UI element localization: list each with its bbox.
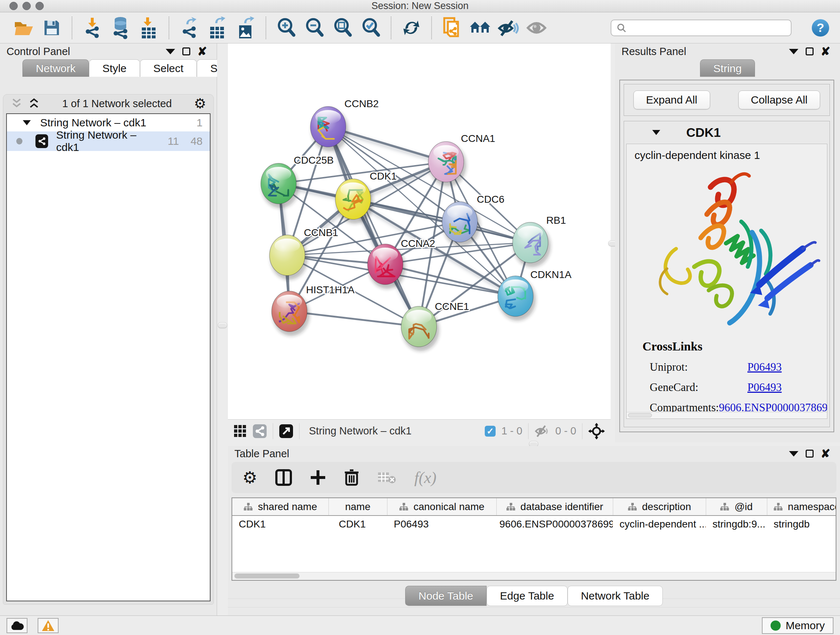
delete-table-button[interactable] xyxy=(377,470,396,485)
zoom-selected-button[interactable] xyxy=(360,15,382,41)
memory-button[interactable]: Memory xyxy=(762,617,834,634)
column-type-icon xyxy=(399,502,409,511)
tab-select[interactable]: Select xyxy=(140,59,197,77)
new-network-from-selection-button[interactable] xyxy=(441,15,463,41)
toolbar-search[interactable] xyxy=(611,19,791,36)
apply-layout-button[interactable] xyxy=(400,15,423,41)
column-header[interactable]: canonical name xyxy=(387,498,496,516)
panel-float-button[interactable] xyxy=(802,447,818,460)
network-node-CDC6[interactable]: CDC6 xyxy=(442,194,504,247)
section-expander-icon[interactable] xyxy=(652,128,661,136)
panel-menu-button[interactable] xyxy=(163,45,178,58)
detach-view-button[interactable] xyxy=(279,424,294,439)
import-table-from-file-button[interactable] xyxy=(137,15,160,41)
tab-network[interactable]: Network xyxy=(22,59,89,77)
cloud-status-button[interactable] xyxy=(6,618,27,633)
network-node-HIST1H1A[interactable]: HIST1H1A xyxy=(272,284,355,336)
panel-menu-button[interactable] xyxy=(786,45,802,58)
scrollbar-thumb[interactable] xyxy=(234,573,300,578)
tab-network-table[interactable]: Network Table xyxy=(568,586,663,606)
tab-style[interactable]: Style xyxy=(89,59,140,77)
table-row[interactable]: CDK1 CDK1 P06493 9606.ENSP00000378699 cy… xyxy=(232,516,836,532)
single-view-mode-button[interactable] xyxy=(253,424,267,439)
search-input[interactable] xyxy=(630,22,786,34)
scrollbar-thumb[interactable] xyxy=(628,413,652,417)
warnings-button[interactable] xyxy=(38,618,58,633)
network-node-CDKN1A[interactable]: CDKN1A xyxy=(498,269,572,321)
network-node-CCNE1[interactable]: CCNE1 xyxy=(401,301,469,351)
zoom-fit-button[interactable] xyxy=(332,15,354,41)
column-header[interactable]: database identifier xyxy=(496,498,613,516)
delete-column-button[interactable] xyxy=(344,469,359,486)
panel-menu-button[interactable] xyxy=(786,447,802,460)
panel-close-button[interactable]: ✘ xyxy=(194,45,210,58)
open-session-button[interactable] xyxy=(12,15,35,41)
hide-selected-button[interactable] xyxy=(497,15,519,41)
zoom-in-button[interactable] xyxy=(275,15,297,41)
genecard-link[interactable]: P06493 xyxy=(747,381,782,394)
save-session-button[interactable] xyxy=(41,15,63,41)
expand-all-icon[interactable] xyxy=(28,98,40,109)
selected-indicator-checkbox[interactable]: ✓ xyxy=(485,426,496,437)
column-header[interactable]: shared name xyxy=(232,498,328,516)
column-header[interactable]: @id xyxy=(706,498,767,516)
toolbar-separator xyxy=(265,17,266,39)
horizontal-splitter[interactable] xyxy=(228,442,840,446)
splitter-handle[interactable] xyxy=(218,322,227,328)
panel-float-button[interactable] xyxy=(178,45,194,58)
network-options-gear-button[interactable]: ⚙ xyxy=(194,97,206,111)
birds-eye-view-button[interactable] xyxy=(588,423,605,440)
network-canvas[interactable]: CCNB2CCNA1CDC25BCDK1CDC6RB1CCNB1CCNA2CDK… xyxy=(228,43,611,419)
tab-node-table[interactable]: Node Table xyxy=(405,586,486,606)
right-splitter[interactable] xyxy=(611,43,615,442)
column-header[interactable]: name xyxy=(328,498,387,516)
network-from-selection-icon xyxy=(442,17,462,39)
close-icon: ✘ xyxy=(821,46,831,57)
zoom-out-button[interactable] xyxy=(303,15,325,41)
show-all-button[interactable] xyxy=(525,15,548,41)
close-icon: ✘ xyxy=(821,448,831,459)
open-folder-icon xyxy=(13,19,34,36)
collapse-all-button[interactable]: Collapse All xyxy=(738,90,821,109)
panel-float-button[interactable] xyxy=(802,45,818,58)
table-options-gear-button[interactable]: ⚙ xyxy=(242,469,257,486)
float-window-icon xyxy=(182,48,190,55)
main-toolbar: ? xyxy=(0,12,840,43)
export-image-button[interactable] xyxy=(234,15,257,41)
tab-string[interactable]: String xyxy=(700,59,755,77)
table-horizontal-scrollbar[interactable] xyxy=(232,572,836,580)
grid-mode-button[interactable] xyxy=(234,424,247,438)
collapse-all-icon[interactable] xyxy=(11,98,23,109)
network-node-CCNA1[interactable]: CCNA1 xyxy=(428,133,495,187)
node-details-section: CDK1 cyclin-dependent kinase 1 xyxy=(624,121,830,427)
import-network-from-database-button[interactable] xyxy=(109,15,132,41)
column-header[interactable]: description xyxy=(613,498,706,516)
network-node-CDC25B[interactable]: CDC25B xyxy=(261,155,333,208)
export-network-button[interactable] xyxy=(178,15,201,41)
show-columns-button[interactable] xyxy=(275,469,292,486)
search-icon xyxy=(616,23,627,33)
panel-close-button[interactable]: ✘ xyxy=(818,45,834,58)
collection-count: 1 xyxy=(196,117,202,129)
column-header[interactable]: namespace xyxy=(767,498,836,516)
network-row-selected[interactable]: String Network – cdk1 11 48 xyxy=(7,131,210,151)
network-node-CCNB2[interactable]: CCNB2 xyxy=(310,98,379,151)
left-splitter[interactable] xyxy=(217,43,228,616)
tree-expander-icon[interactable] xyxy=(22,119,32,127)
float-window-icon xyxy=(806,48,813,55)
uniprot-link[interactable]: P06493 xyxy=(747,361,782,374)
node-label-CCNB2: CCNB2 xyxy=(344,98,379,109)
table-toolbar: ⚙ f(x) xyxy=(232,462,836,493)
help-button[interactable]: ? xyxy=(812,19,829,36)
export-table-button[interactable] xyxy=(206,15,229,41)
add-column-button[interactable] xyxy=(310,470,326,486)
horizontal-scrollbar[interactable] xyxy=(627,412,827,418)
function-builder-button[interactable]: f(x) xyxy=(414,469,436,487)
panel-close-button[interactable]: ✘ xyxy=(818,447,834,460)
first-neighbors-button[interactable] xyxy=(469,15,491,41)
network-view[interactable]: CCNB2CCNA1CDC25BCDK1CDC6RB1CCNB1CCNA2CDK… xyxy=(228,43,611,419)
expand-all-button[interactable]: Expand All xyxy=(633,90,710,109)
network-node-RB1[interactable]: RB1 xyxy=(513,215,566,267)
import-network-from-file-button[interactable] xyxy=(81,15,103,41)
tab-edge-table[interactable]: Edge Table xyxy=(486,586,568,606)
